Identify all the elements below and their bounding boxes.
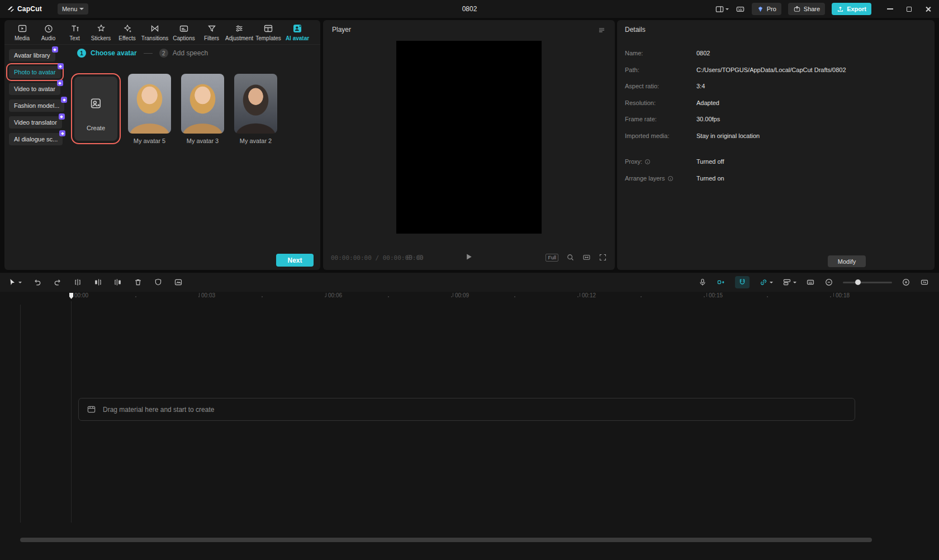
capcut-app: CapCut Menu 0802 Pro bbox=[0, 0, 939, 560]
track-header-divider bbox=[20, 305, 21, 523]
timeline-zoom-out-button[interactable] bbox=[824, 278, 833, 287]
timeline-ruler[interactable]: 00:00 00:03 00:06 00:09 00:12 00:15 00:1… bbox=[0, 292, 939, 301]
tab-effects[interactable]: Effects bbox=[114, 23, 140, 41]
detail-label: Proxy: bbox=[625, 158, 651, 165]
ripple-toggle-button[interactable] bbox=[717, 278, 725, 287]
zoom-fit-button[interactable] bbox=[920, 278, 929, 287]
create-avatar-label: Create bbox=[87, 125, 105, 131]
cover-button[interactable] bbox=[174, 278, 183, 287]
modify-button[interactable]: Modify bbox=[828, 255, 866, 267]
timeline-horizontal-scrollbar[interactable] bbox=[20, 538, 872, 542]
minimize-icon[interactable] bbox=[887, 8, 893, 10]
detail-value: Stay in original location bbox=[696, 132, 760, 139]
ai-avatar-icon bbox=[292, 23, 302, 34]
media-icon bbox=[17, 23, 27, 34]
tab-captions[interactable]: Captions bbox=[169, 23, 198, 41]
redo-icon bbox=[53, 278, 62, 287]
detail-row: Resolution:Adapted bbox=[625, 99, 927, 108]
tab-adjustment[interactable]: Adjustment bbox=[225, 23, 254, 41]
detail-label: Arrange layers bbox=[625, 175, 674, 182]
shortcuts-button[interactable] bbox=[736, 4, 745, 14]
zoom-out-icon bbox=[824, 278, 833, 287]
next-button[interactable]: Next bbox=[276, 254, 314, 267]
quality-selector[interactable]: Full bbox=[546, 254, 558, 262]
ai-badge-icon bbox=[59, 130, 65, 136]
step-2-label: Add speech bbox=[173, 49, 208, 57]
mask-button[interactable] bbox=[154, 278, 163, 287]
tab-ai-avatar[interactable]: AI avatar bbox=[283, 23, 312, 41]
frame-list-icon[interactable] bbox=[416, 254, 424, 261]
maximize-icon[interactable] bbox=[907, 7, 912, 12]
close-icon[interactable] bbox=[925, 6, 931, 12]
timeline-zoom-in-button[interactable] bbox=[902, 278, 910, 287]
effects-icon bbox=[122, 23, 132, 34]
pro-badge[interactable]: Pro bbox=[752, 3, 781, 15]
sidebar-item-fashion-model[interactable]: Fashion model... bbox=[9, 99, 64, 112]
record-voiceover-button[interactable] bbox=[698, 278, 707, 287]
tab-templates[interactable]: Templates bbox=[254, 23, 283, 41]
player-right-controls: Full bbox=[546, 253, 607, 262]
sidebar-item-video-to-avatar[interactable]: Video to avatar bbox=[9, 83, 60, 95]
stickers-icon bbox=[96, 23, 106, 34]
tab-media[interactable]: Media bbox=[9, 23, 35, 41]
tick-mark bbox=[453, 293, 453, 297]
delete-left-button[interactable] bbox=[93, 278, 102, 287]
create-avatar-card[interactable]: Create bbox=[74, 77, 117, 141]
avatar-card[interactable]: My avatar 5 bbox=[128, 74, 171, 144]
video-preview[interactable] bbox=[396, 41, 542, 234]
timeline-empty-dropzone[interactable]: Drag material here and start to create bbox=[78, 398, 855, 421]
ai-badge-icon bbox=[59, 113, 65, 120]
track-mode-button[interactable] bbox=[782, 278, 796, 287]
sidebar-item-avatar-library[interactable]: Avatar library bbox=[9, 49, 55, 61]
select-tool-button[interactable] bbox=[8, 278, 22, 287]
sidebar-item-ai-dialogue[interactable]: AI dialogue sc... bbox=[9, 133, 63, 145]
fullscreen-icon[interactable] bbox=[599, 253, 607, 262]
tick-label: 00:18 bbox=[836, 293, 850, 298]
aspect-ratio-icon[interactable] bbox=[582, 253, 591, 262]
tab-text[interactable]: Text bbox=[61, 23, 88, 41]
detail-label: Aspect ratio: bbox=[625, 83, 659, 89]
avatar-card[interactable]: My avatar 2 bbox=[234, 74, 277, 144]
track-height-button[interactable] bbox=[806, 278, 815, 287]
delete-right-button[interactable] bbox=[113, 278, 122, 287]
step-1-label: Choose avatar bbox=[91, 49, 137, 57]
tab-stickers[interactable]: Stickers bbox=[88, 23, 114, 41]
capcut-logo-text: CapCut bbox=[17, 5, 42, 13]
delete-button[interactable] bbox=[134, 278, 143, 287]
chevron-down-icon bbox=[18, 282, 22, 283]
tab-transitions[interactable]: Transitions bbox=[140, 23, 169, 41]
timeline-tools-left bbox=[8, 273, 183, 292]
frame-grid-icon[interactable] bbox=[406, 254, 413, 261]
preview-zoom-icon[interactable] bbox=[566, 253, 575, 262]
menu-button[interactable]: Menu bbox=[58, 3, 89, 15]
snap-toggle-button[interactable] bbox=[735, 276, 750, 288]
zoom-slider-knob[interactable] bbox=[855, 279, 861, 285]
info-icon[interactable] bbox=[667, 175, 674, 182]
templates-icon bbox=[263, 23, 273, 34]
player-menu-icon[interactable] bbox=[597, 26, 606, 34]
linkage-toggle-button[interactable] bbox=[759, 278, 773, 287]
play-button[interactable] bbox=[464, 252, 473, 262]
undo-button[interactable] bbox=[33, 278, 42, 287]
share-button[interactable]: Share bbox=[788, 3, 825, 15]
split-icon bbox=[73, 278, 82, 287]
avatar-name: My avatar 3 bbox=[181, 137, 224, 144]
export-button[interactable]: Export bbox=[832, 3, 871, 15]
tab-label: Text bbox=[69, 35, 79, 41]
detail-label: Imported media: bbox=[625, 132, 669, 139]
detail-label-text: Arrange layers bbox=[625, 175, 665, 182]
tab-audio[interactable]: Audio bbox=[35, 23, 61, 41]
player-option-icons bbox=[406, 254, 424, 261]
info-icon[interactable] bbox=[644, 159, 651, 165]
player-controls: 00:00:00:00 / 00:00:00:00 Full bbox=[323, 251, 615, 265]
layout-panels-button[interactable] bbox=[715, 4, 729, 14]
avatar-card[interactable]: My avatar 3 bbox=[181, 74, 224, 144]
timeline-zoom-slider[interactable] bbox=[843, 282, 892, 283]
sidebar-item-photo-to-avatar[interactable]: Photo to avatar bbox=[9, 66, 61, 78]
detail-value: C:/Users/TOPGUS/AppData/Local/CapCut Dra… bbox=[696, 67, 846, 73]
timeline-tools-right bbox=[698, 273, 929, 292]
sidebar-item-video-translator[interactable]: Video translator bbox=[9, 116, 62, 129]
tab-filters[interactable]: Filters bbox=[198, 23, 225, 41]
split-button[interactable] bbox=[73, 278, 82, 287]
redo-button[interactable] bbox=[53, 278, 62, 287]
